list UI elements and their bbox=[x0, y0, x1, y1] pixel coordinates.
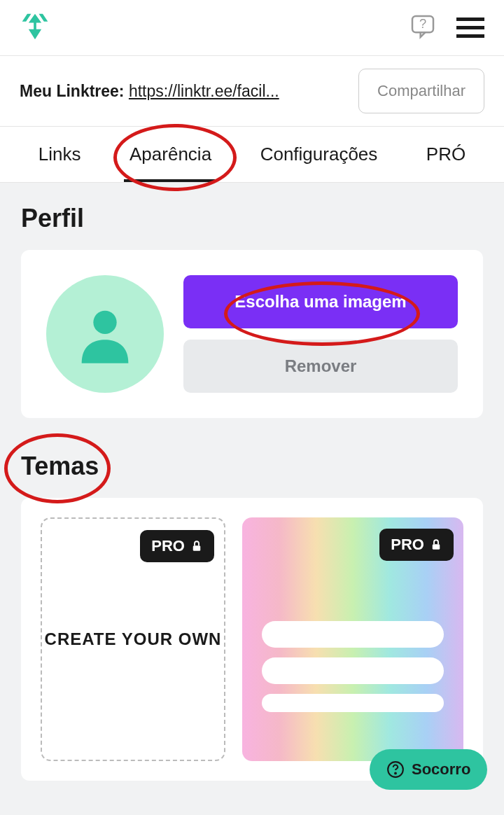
help-circle-icon bbox=[386, 760, 405, 779]
svg-point-6 bbox=[395, 773, 396, 774]
svg-rect-3 bbox=[193, 545, 201, 551]
pro-badge: PRO bbox=[140, 530, 214, 562]
svg-text:?: ? bbox=[419, 15, 426, 30]
theme-custom-label: CREATE YOUR OWN bbox=[45, 625, 222, 654]
svg-rect-4 bbox=[433, 544, 440, 550]
person-icon bbox=[70, 299, 140, 369]
theme-preview-bar bbox=[262, 621, 444, 648]
lock-icon bbox=[190, 539, 203, 553]
theme-preview-bar bbox=[262, 657, 444, 684]
theme-rainbow[interactable]: PRO bbox=[242, 517, 463, 761]
linktree-label: Meu Linktree: bbox=[20, 82, 129, 100]
tab-links[interactable]: Links bbox=[33, 127, 87, 182]
tab-settings[interactable]: Configurações bbox=[255, 127, 384, 182]
linktree-url-bar: Meu Linktree: https://linktr.ee/facil...… bbox=[0, 56, 504, 127]
main-tabs: Links Aparência Configurações PRÓ bbox=[0, 127, 504, 183]
linktree-text: Meu Linktree: https://linktr.ee/facil... bbox=[20, 82, 279, 101]
header-actions: ? bbox=[409, 13, 484, 43]
help-fab-label: Socorro bbox=[412, 760, 470, 779]
main-content: Perfil Escolha uma imagem Remover Temas … bbox=[0, 183, 504, 815]
tab-pro[interactable]: PRÓ bbox=[421, 127, 471, 182]
profile-section-title: Perfil bbox=[21, 204, 483, 233]
remove-image-button[interactable]: Remover bbox=[183, 340, 458, 393]
lock-icon bbox=[430, 538, 442, 552]
themes-section-title: Temas bbox=[21, 452, 483, 481]
pro-badge: PRO bbox=[379, 529, 454, 561]
themes-section: Temas PRO CREATE YOUR OWN PRO bbox=[21, 452, 483, 781]
help-chat-icon[interactable]: ? bbox=[409, 13, 437, 43]
themes-card: PRO CREATE YOUR OWN PRO bbox=[21, 498, 483, 781]
profile-buttons: Escolha uma imagem Remover bbox=[183, 275, 458, 393]
theme-preview-bar bbox=[262, 694, 444, 712]
svg-point-2 bbox=[93, 311, 116, 334]
tab-appearance[interactable]: Aparência bbox=[124, 127, 217, 182]
theme-create-your-own[interactable]: PRO CREATE YOUR OWN bbox=[41, 517, 225, 761]
themes-grid: PRO CREATE YOUR OWN PRO bbox=[41, 517, 463, 761]
linktree-logo-icon[interactable] bbox=[20, 11, 50, 45]
linktree-url-link[interactable]: https://linktr.ee/facil... bbox=[129, 82, 279, 100]
help-fab-button[interactable]: Socorro bbox=[370, 749, 487, 790]
share-button[interactable]: Compartilhar bbox=[358, 69, 484, 113]
avatar-placeholder[interactable] bbox=[46, 275, 164, 393]
profile-card: Escolha uma imagem Remover bbox=[21, 250, 483, 418]
app-header: ? bbox=[0, 0, 504, 56]
choose-image-button[interactable]: Escolha uma imagem bbox=[183, 275, 458, 328]
menu-icon[interactable] bbox=[456, 18, 484, 38]
